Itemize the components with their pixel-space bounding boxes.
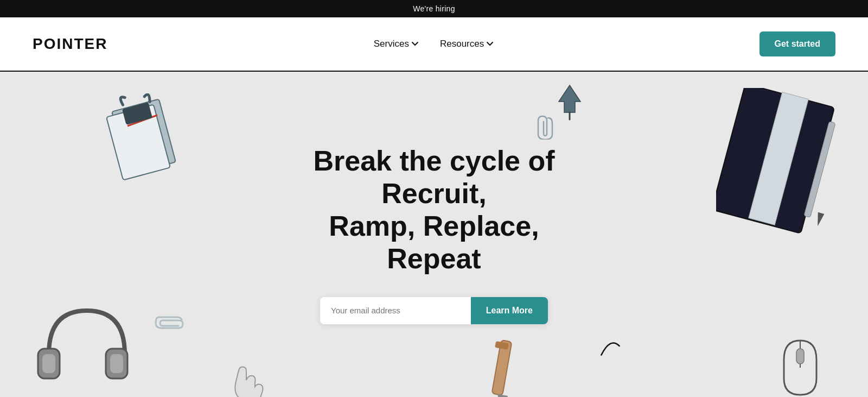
top-banner: We're hiring <box>0 0 868 17</box>
svg-rect-10 <box>38 349 60 379</box>
large-paperclip-illustration <box>155 316 182 332</box>
pen-illustration <box>488 338 532 397</box>
svg-rect-14 <box>492 340 512 395</box>
hero-content: Break the cycle of Recruit, Ramp, Replac… <box>282 145 586 324</box>
nav-resources[interactable]: Resources <box>440 39 493 49</box>
mouse-illustration <box>776 338 825 397</box>
svg-rect-11 <box>106 349 127 379</box>
svg-rect-12 <box>42 354 55 373</box>
notebook-illustration <box>716 88 835 229</box>
svg-rect-3 <box>122 102 152 125</box>
nav-services[interactable]: Services <box>374 39 418 49</box>
svg-rect-1 <box>106 104 170 180</box>
svg-line-2 <box>127 115 157 126</box>
svg-rect-8 <box>804 122 835 218</box>
svg-rect-6 <box>716 88 834 234</box>
email-input[interactable] <box>320 297 471 324</box>
chevron-down-icon-2 <box>487 41 493 47</box>
svg-rect-18 <box>796 349 804 364</box>
svg-rect-7 <box>749 92 808 225</box>
curve-decoration <box>597 332 624 360</box>
hero-section: Break the cycle of Recruit, Ramp, Replac… <box>0 72 868 397</box>
learn-more-button[interactable]: Learn More <box>471 297 548 324</box>
headphones-illustration <box>33 300 141 397</box>
hero-title: Break the cycle of Recruit, Ramp, Replac… <box>282 145 586 275</box>
svg-rect-16 <box>495 341 509 350</box>
svg-rect-0 <box>112 99 176 174</box>
get-started-button[interactable]: Get started <box>760 31 835 56</box>
small-paperclip-illustration <box>537 115 553 137</box>
binder-clip-illustration <box>98 93 184 180</box>
svg-marker-15 <box>495 394 508 397</box>
pushpin-illustration <box>553 83 586 115</box>
chevron-down-icon <box>412 41 418 47</box>
nav-links: Services Resources <box>374 39 493 49</box>
svg-marker-4 <box>559 85 580 112</box>
hand-illustration <box>228 360 271 397</box>
svg-rect-13 <box>110 354 123 373</box>
email-form: Learn More <box>320 297 548 324</box>
navbar: POINTER Services Resources Get started <box>0 17 868 72</box>
logo[interactable]: POINTER <box>33 35 107 53</box>
svg-marker-9 <box>814 212 824 227</box>
banner-text: We're hiring <box>413 4 455 13</box>
